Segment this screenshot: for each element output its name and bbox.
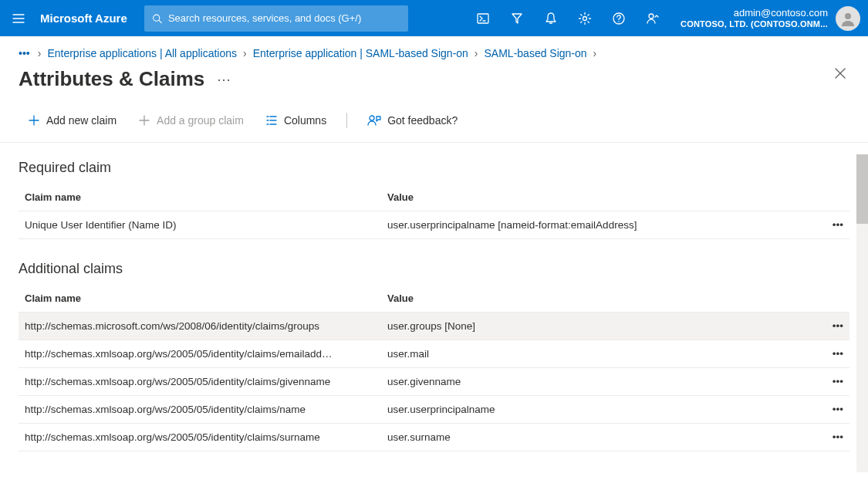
page-title: Attributes & Claims bbox=[19, 67, 204, 91]
chevron-right-icon: › bbox=[38, 47, 42, 59]
person-feedback-icon bbox=[367, 114, 381, 127]
close-blade-button[interactable] bbox=[834, 67, 846, 82]
col-header-claim-name[interactable]: Claim name bbox=[19, 285, 381, 313]
account-info[interactable]: admin@contoso.com CONTOSO, LTD. (CONTOSO… bbox=[670, 7, 833, 30]
row-actions-button[interactable]: ••• bbox=[817, 348, 843, 360]
claim-value-cell: user.groups [None] bbox=[381, 313, 811, 340]
claim-name-cell: Unique User Identifier (Name ID) bbox=[19, 211, 381, 239]
breadcrumb-link-0[interactable]: Enterprise applications | All applicatio… bbox=[47, 47, 237, 59]
content-area: Required claim Claim name Value Unique U… bbox=[0, 143, 868, 472]
claim-name-cell: http://schemas.microsoft.com/ws/2008/06/… bbox=[19, 313, 381, 340]
scrollbar-thumb[interactable] bbox=[856, 154, 868, 224]
svg-point-12 bbox=[649, 14, 654, 19]
required-claims-table: Claim name Value Unique User Identifier … bbox=[19, 184, 849, 239]
global-search-input[interactable] bbox=[168, 12, 400, 24]
feedback-label: Got feedback? bbox=[387, 114, 458, 127]
table-row[interactable]: http://schemas.xmlsoap.org/ws/2005/05/id… bbox=[19, 424, 849, 451]
col-header-claim-name[interactable]: Claim name bbox=[19, 184, 381, 211]
columns-label: Columns bbox=[284, 114, 326, 127]
add-group-claim-button: Add a group claim bbox=[129, 110, 253, 131]
claim-name-cell: http://schemas.xmlsoap.org/ws/2005/05/id… bbox=[19, 340, 381, 368]
cloud-shell-button[interactable] bbox=[466, 0, 500, 36]
account-avatar[interactable] bbox=[836, 6, 860, 31]
scrollbar[interactable] bbox=[856, 154, 868, 472]
svg-point-26 bbox=[370, 116, 374, 120]
svg-point-9 bbox=[583, 16, 587, 20]
chevron-right-icon: › bbox=[475, 47, 478, 59]
additional-claims-table: Claim name Value http://schemas.microsof… bbox=[19, 285, 849, 451]
title-more-button[interactable]: ⋯ bbox=[217, 71, 232, 88]
breadcrumb-link-2[interactable]: SAML-based Sign-on bbox=[485, 47, 587, 59]
columns-icon bbox=[265, 114, 278, 127]
claim-value-cell: user.surname bbox=[381, 424, 811, 451]
feedback-link[interactable]: Got feedback? bbox=[358, 110, 467, 131]
settings-button[interactable] bbox=[568, 0, 602, 36]
chevron-right-icon: › bbox=[593, 47, 597, 59]
row-actions-button[interactable]: ••• bbox=[817, 376, 843, 387]
svg-rect-5 bbox=[478, 14, 488, 23]
additional-claims-heading: Additional claims bbox=[19, 261, 849, 277]
svg-point-3 bbox=[153, 15, 159, 21]
account-email: admin@contoso.com bbox=[734, 7, 828, 19]
claim-value-cell: user.givenname bbox=[381, 368, 811, 396]
global-search[interactable] bbox=[144, 5, 408, 32]
global-header: Microsoft Azure admin@contoso.com CONTOS… bbox=[0, 0, 868, 36]
plus-icon bbox=[28, 114, 40, 127]
help-button[interactable] bbox=[602, 0, 636, 36]
page-titlebar: Attributes & Claims ⋯ bbox=[0, 67, 868, 105]
svg-marker-7 bbox=[512, 14, 522, 23]
row-actions-button[interactable]: ••• bbox=[817, 431, 843, 443]
directory-filter-button[interactable] bbox=[500, 0, 534, 36]
menu-toggle-button[interactable] bbox=[0, 0, 37, 36]
account-tenant: CONTOSO, LTD. (CONTOSO.ONM... bbox=[681, 19, 828, 30]
claim-name-cell: http://schemas.xmlsoap.org/ws/2005/05/id… bbox=[19, 424, 381, 451]
claim-value-cell: user.userprincipalname bbox=[381, 396, 811, 424]
search-icon bbox=[152, 13, 162, 24]
plus-icon bbox=[138, 114, 150, 127]
row-actions-button[interactable]: ••• bbox=[817, 320, 843, 332]
claim-value-cell: user.mail bbox=[381, 340, 811, 368]
columns-button[interactable]: Columns bbox=[256, 110, 336, 131]
claim-name-cell: http://schemas.xmlsoap.org/ws/2005/05/id… bbox=[19, 396, 381, 424]
feedback-button[interactable] bbox=[636, 0, 670, 36]
table-row[interactable]: Unique User Identifier (Name ID) user.us… bbox=[19, 211, 849, 239]
brand-label[interactable]: Microsoft Azure bbox=[37, 12, 144, 25]
col-header-value[interactable]: Value bbox=[381, 285, 811, 313]
command-bar: Add new claim Add a group claim Columns … bbox=[0, 105, 868, 143]
breadcrumb: ••• › Enterprise applications | All appl… bbox=[0, 36, 868, 67]
breadcrumb-link-1[interactable]: Enterprise application | SAML-based Sign… bbox=[253, 47, 468, 59]
chevron-right-icon: › bbox=[243, 47, 247, 59]
add-new-claim-label: Add new claim bbox=[46, 114, 117, 127]
claim-name-cell: http://schemas.xmlsoap.org/ws/2005/05/id… bbox=[19, 368, 381, 396]
breadcrumb-overflow[interactable]: ••• bbox=[19, 47, 32, 59]
table-row[interactable]: http://schemas.xmlsoap.org/ws/2005/05/id… bbox=[19, 340, 849, 368]
claim-value-cell: user.userprincipalname [nameid-format:em… bbox=[381, 211, 811, 239]
row-actions-button[interactable]: ••• bbox=[817, 404, 843, 415]
add-group-claim-label: Add a group claim bbox=[157, 114, 244, 127]
col-header-value[interactable]: Value bbox=[381, 184, 811, 211]
svg-point-13 bbox=[845, 13, 851, 19]
table-row[interactable]: http://schemas.xmlsoap.org/ws/2005/05/id… bbox=[19, 396, 849, 424]
table-row[interactable]: http://schemas.microsoft.com/ws/2008/06/… bbox=[19, 313, 849, 340]
svg-line-4 bbox=[159, 20, 161, 22]
toolbar-divider bbox=[346, 113, 347, 128]
notifications-button[interactable] bbox=[534, 0, 568, 36]
add-new-claim-button[interactable]: Add new claim bbox=[19, 110, 126, 131]
table-row[interactable]: http://schemas.xmlsoap.org/ws/2005/05/id… bbox=[19, 368, 849, 396]
row-actions-button[interactable]: ••• bbox=[817, 219, 843, 231]
required-claim-heading: Required claim bbox=[19, 160, 849, 176]
